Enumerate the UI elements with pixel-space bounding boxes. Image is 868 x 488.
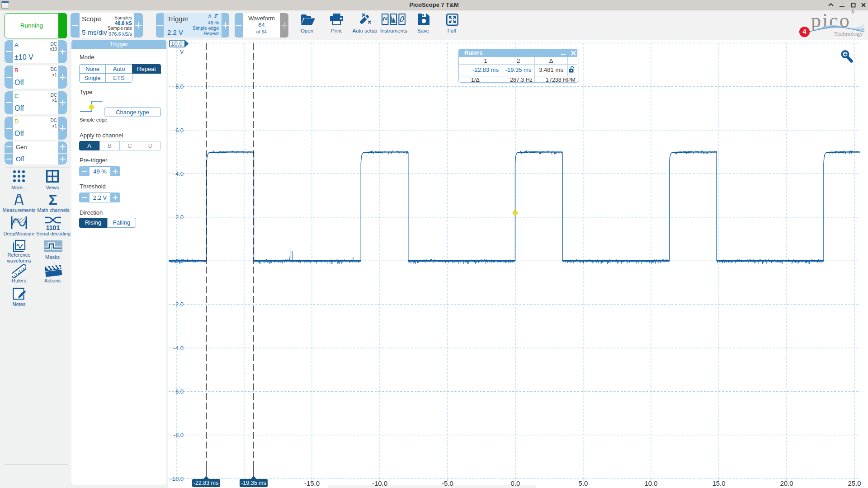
svg-text:-8.0: -8.0 — [174, 432, 184, 438]
svg-text:-10.0: -10.0 — [372, 479, 387, 487]
svg-text:0.0: 0.0 — [511, 479, 520, 487]
svg-text:-2.0: -2.0 — [174, 301, 184, 308]
svg-text:20.0: 20.0 — [780, 479, 793, 487]
svg-text:-4.0: -4.0 — [174, 345, 184, 352]
svg-text:8.0: 8.0 — [175, 83, 184, 90]
svg-text:25.0: 25.0 — [848, 479, 861, 487]
svg-text:15.0: 15.0 — [712, 479, 725, 487]
svg-text:2.0: 2.0 — [175, 214, 184, 221]
svg-text:-5.0: -5.0 — [442, 479, 453, 487]
svg-text:10.0: 10.0 — [171, 40, 182, 47]
svg-text:10.0: 10.0 — [644, 479, 657, 487]
svg-text:-10.0: -10.0 — [170, 475, 184, 482]
svg-text:V: V — [180, 48, 184, 55]
svg-text:6.0: 6.0 — [175, 127, 184, 134]
svg-text:-6.0: -6.0 — [174, 388, 184, 395]
svg-text:-15.0: -15.0 — [304, 479, 320, 487]
svg-text:5.0: 5.0 — [579, 479, 588, 487]
svg-text:4.0: 4.0 — [175, 170, 184, 177]
svg-text:1101: 1101 — [46, 224, 60, 230]
